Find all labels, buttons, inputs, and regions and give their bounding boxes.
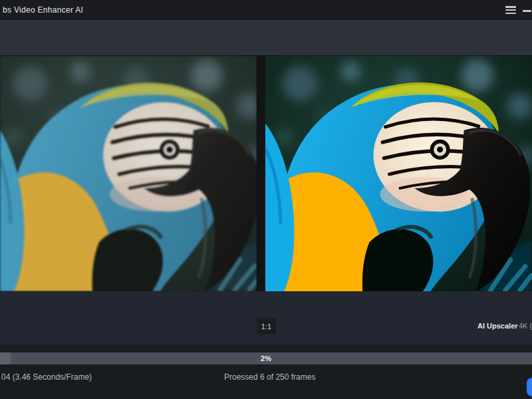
progress-bar: 2% <box>0 352 532 364</box>
app-window: bs Video Enhancer AI 1:1 AI Upscaler 4K … <box>0 0 532 399</box>
parrot-image-original <box>0 56 257 291</box>
parrot-image-enhanced <box>265 56 532 291</box>
action-button[interactable] <box>527 378 532 396</box>
zoom-ratio-button[interactable]: 1:1 <box>257 318 276 334</box>
time-per-frame-label: 04 (3.46 Seconds/Frame) <box>1 372 92 382</box>
before-image-panel[interactable] <box>0 56 257 291</box>
frames-processed-label: Proessed 6 of 250 frames <box>224 372 315 382</box>
after-image-panel[interactable] <box>265 56 532 291</box>
menu-icon[interactable] <box>505 6 516 14</box>
minimize-icon[interactable] <box>523 10 531 12</box>
viewer-control-bar: 1:1 AI Upscaler 4K ( <box>0 291 532 344</box>
window-title: bs Video Enhancer AI <box>3 5 83 15</box>
status-bar: 04 (3.46 Seconds/Frame) Proessed 6 of 25… <box>0 364 532 399</box>
title-bar: bs Video Enhancer AI <box>0 0 532 20</box>
progress-percent-label: 2% <box>0 354 532 362</box>
divider-strip <box>0 344 532 352</box>
ai-model-label: AI Upscaler <box>477 322 518 330</box>
toolbar-strip <box>0 20 532 56</box>
output-resolution-label: 4K ( <box>519 322 532 330</box>
comparison-viewer <box>0 56 532 291</box>
